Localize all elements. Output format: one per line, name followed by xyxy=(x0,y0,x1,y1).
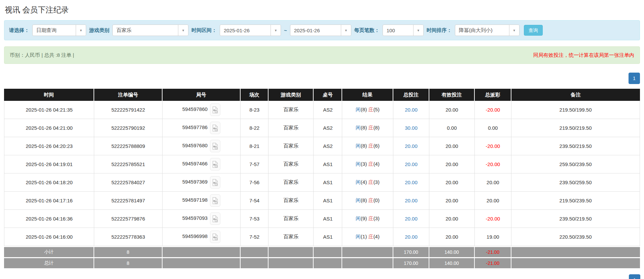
player-result-number: (8) xyxy=(361,197,367,203)
page-title: 视讯 会员下注纪录 xyxy=(5,5,640,15)
date-from-select[interactable]: 2025-01-26 ▾ xyxy=(220,25,281,36)
sum-valid-bet: 140.00 xyxy=(429,257,474,268)
video-replay-button[interactable] xyxy=(210,158,220,170)
cell-time: 2025-01-26 04:16:00 xyxy=(4,228,94,246)
cell-remark: 239.50/259.50 xyxy=(511,173,640,192)
game-type-value: 百家乐 xyxy=(113,25,178,36)
total-bet-link[interactable]: 30.00 xyxy=(405,125,418,131)
cell-table: AS1 xyxy=(314,155,342,173)
date-to-value: 2025-01-26 xyxy=(290,25,341,36)
cell-time: 2025-01-26 04:19:01 xyxy=(4,155,94,173)
page-1-button-bottom[interactable]: 1 xyxy=(629,274,640,279)
player-result: 闲 xyxy=(356,215,361,221)
banker-result: 庄 xyxy=(368,234,373,239)
video-replay-button[interactable] xyxy=(210,194,220,207)
cell-session: 8-23 xyxy=(241,101,269,119)
banker-result: 庄 xyxy=(368,125,373,130)
cell-payout: -20.00 xyxy=(475,155,512,173)
cell-round: 594597198 xyxy=(163,192,241,210)
table-row: 2025-01-26 04:20:23 522225788809 5945976… xyxy=(4,137,640,155)
cell-bet-id: 522225778363 xyxy=(94,228,162,246)
page-1-button[interactable]: 1 xyxy=(629,73,640,84)
currency-total-info: 币别：人民币 | 总共 :8 注单 | xyxy=(10,52,74,58)
video-replay-button[interactable] xyxy=(210,231,220,243)
banker-result-number: (0) xyxy=(373,197,380,203)
round-number: 594597198 xyxy=(182,197,208,203)
cell-result: 闲(8) 庄(0) xyxy=(342,192,393,210)
bet-records-table: 时间 注单编号 局号 场次 游戏类别 桌号 结果 总投注 有效投注 总派彩 备注… xyxy=(4,89,640,268)
player-result: 闲 xyxy=(356,179,361,185)
cell-table: AS1 xyxy=(314,173,342,192)
col-header-payout: 总派彩 xyxy=(475,89,512,101)
round-number: 594597860 xyxy=(182,106,208,112)
date-from-value: 2025-01-26 xyxy=(220,25,271,36)
col-header-round: 局号 xyxy=(163,89,241,101)
sum-label: 总计 xyxy=(4,257,94,268)
pagination: 1 xyxy=(4,73,640,84)
video-replay-button[interactable] xyxy=(210,212,220,225)
round-number: 594597680 xyxy=(182,143,208,148)
cell-round: 594597466 xyxy=(163,155,241,173)
total-bet-link[interactable]: 20.00 xyxy=(405,216,418,222)
cell-total-bet: 20.00 xyxy=(393,137,430,155)
page-size-label: 每页笔数： xyxy=(354,27,380,34)
time-sort-label: 时间排序： xyxy=(427,27,452,34)
cell-round: 594597093 xyxy=(163,210,241,228)
sum-total-bet: 170.00 xyxy=(393,257,430,268)
video-replay-button[interactable] xyxy=(210,122,220,134)
page-size-select[interactable]: 100 ▾ xyxy=(383,25,424,36)
filter-panel: 请选择： 日期查询 ▾ 游戏类别 百家乐 ▾ 时间区间： 2025-01-26 … xyxy=(4,20,640,40)
time-sort-value: 降冪(由大到小) xyxy=(455,25,509,36)
round-number: 594597093 xyxy=(182,215,208,221)
cell-time: 2025-01-26 04:17:16 xyxy=(4,192,94,210)
cell-round: 594597786 xyxy=(163,119,241,137)
banker-result-number: (4) xyxy=(373,161,380,167)
cell-round: 594597369 xyxy=(163,173,241,192)
video-replay-button[interactable] xyxy=(210,104,220,116)
date-to-select[interactable]: 2025-01-26 ▾ xyxy=(290,25,351,36)
player-result: 闲 xyxy=(356,234,361,239)
cell-remark: 220.50/239.50 xyxy=(511,228,640,246)
table-row: 2025-01-26 04:21:35 522225791422 5945978… xyxy=(4,101,640,119)
round-number: 594597369 xyxy=(182,179,208,185)
cell-session: 7-53 xyxy=(241,210,269,228)
time-sort-select[interactable]: 降冪(由大到小) ▾ xyxy=(455,25,520,36)
total-bet-link[interactable]: 20.00 xyxy=(405,107,418,113)
player-result: 闲 xyxy=(356,197,361,203)
total-bet-link[interactable]: 20.00 xyxy=(405,161,418,167)
total-bet-link[interactable]: 20.00 xyxy=(405,234,418,240)
table-row: 2025-01-26 04:16:36 522225779876 5945970… xyxy=(4,210,640,228)
player-result: 闲 xyxy=(356,161,361,167)
cell-payout: 0.00 xyxy=(475,119,512,137)
total-bet-link[interactable]: 20.00 xyxy=(405,198,418,203)
game-type-select[interactable]: 百家乐 ▾ xyxy=(112,25,188,36)
player-result-number: (4) xyxy=(361,179,367,185)
banker-result: 庄 xyxy=(368,143,373,149)
cell-result: 闲(3) 庄(4) xyxy=(342,155,393,173)
col-header-session: 场次 xyxy=(241,89,269,101)
player-result: 闲 xyxy=(356,107,361,112)
search-button[interactable]: 查询 xyxy=(524,25,543,36)
cell-table: AS2 xyxy=(314,119,342,137)
cell-game: 百家乐 xyxy=(269,228,314,246)
query-type-select[interactable]: 日期查询 ▾ xyxy=(32,25,86,36)
cell-table: AS2 xyxy=(314,101,342,119)
sum-valid-bet: 140.00 xyxy=(429,246,474,257)
cell-payout: 20.00 xyxy=(475,192,512,210)
table-row: 2025-01-26 04:18:20 522225784027 5945973… xyxy=(4,173,640,192)
cell-game: 百家乐 xyxy=(269,155,314,173)
total-bet-link[interactable]: 20.00 xyxy=(405,143,418,149)
date-range-label: 时间区间： xyxy=(191,27,217,34)
summary-bar: 币别：人民币 | 总共 :8 注单 | 同局有效投注，统一计算在该局第一张注单内 xyxy=(4,46,640,64)
video-replay-button[interactable] xyxy=(210,140,220,152)
cell-remark: 239.50/219.50 xyxy=(511,210,640,228)
total-bet-link[interactable]: 20.00 xyxy=(405,180,418,185)
table-row: 2025-01-26 04:16:00 522225778363 5945969… xyxy=(4,228,640,246)
cell-total-bet: 30.00 xyxy=(393,119,430,137)
cell-table: AS1 xyxy=(314,192,342,210)
col-header-valid-bet: 有效投注 xyxy=(429,89,474,101)
video-replay-button[interactable] xyxy=(210,176,220,189)
col-header-bet-id: 注单编号 xyxy=(94,89,162,101)
sum-label: 小计 xyxy=(4,246,94,257)
banker-result-number: (8) xyxy=(373,125,380,130)
